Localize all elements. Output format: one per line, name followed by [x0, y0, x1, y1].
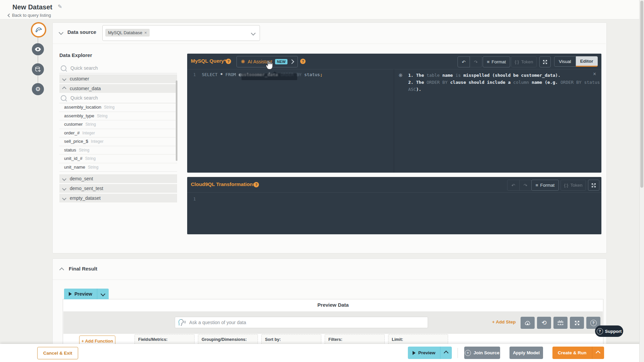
redo-button[interactable]: ↷	[470, 56, 482, 67]
explorer-search[interactable]	[59, 63, 177, 73]
chevron-up-icon	[596, 350, 600, 355]
plus-circle-icon: +	[465, 350, 471, 356]
field-row[interactable]: statusString	[59, 146, 177, 155]
query-toolbar-strip: + Add Step ⟲	[63, 311, 603, 334]
chart-view-button[interactable]	[553, 317, 568, 329]
edit-title-icon[interactable]: ✎	[58, 3, 62, 10]
field-row[interactable]: assembly_typeString	[59, 112, 177, 121]
explorer-scrollbar-thumb[interactable]	[176, 80, 177, 161]
preview-dropdown-button[interactable]	[97, 289, 109, 299]
table-row-empty-dataset[interactable]: empty_dataset	[59, 194, 177, 202]
field-row[interactable]: unit_id_#String	[59, 155, 177, 163]
final-result-collapse-icon[interactable]	[59, 267, 64, 272]
panel-divider	[394, 69, 394, 173]
editor-tab[interactable]: Editor	[576, 56, 598, 67]
step-mysql-source-icon[interactable]	[31, 22, 46, 38]
undo-redo-group: ↶ ↷	[507, 180, 532, 191]
cloud9ql-code-area[interactable]: 1	[193, 196, 196, 201]
expand-icon	[543, 60, 547, 64]
divider	[458, 348, 458, 358]
query-builder-card: Data source MySQL Database× Data Explore…	[52, 22, 607, 253]
back-to-query-listing-link[interactable]: Back to query listing	[8, 13, 51, 18]
cloud9ql-title: Cloud9QL Transformations	[191, 181, 256, 187]
chip-remove-icon[interactable]: ×	[144, 30, 147, 35]
table-row-customer[interactable]: customer	[59, 74, 177, 83]
apply-model-button[interactable]: Apply Model	[509, 347, 543, 359]
gear-icon: ⚙	[35, 85, 41, 93]
help-icon[interactable]: ?	[226, 59, 231, 64]
question-icon: ?	[597, 328, 603, 335]
undo-button[interactable]: ↶	[507, 180, 520, 191]
format-button[interactable]: ≡ Format	[483, 56, 510, 67]
explorer-search-input[interactable]	[70, 65, 165, 71]
ai-suggestions: 1. The table name is misspelled (should …	[408, 72, 607, 93]
token-button[interactable]: {:} Token	[511, 56, 537, 67]
data-explorer: customer customer_data assembly_location…	[59, 63, 177, 202]
help-icon[interactable]: ?	[300, 59, 306, 64]
divider	[53, 280, 606, 280]
preview-icon-buttons: ⟲	[521, 317, 600, 329]
tooltip-arrow	[272, 71, 277, 73]
field-row[interactable]: customerString	[59, 120, 177, 129]
data-source-select[interactable]: MySQL Database×	[102, 25, 260, 41]
fields-search[interactable]	[59, 93, 177, 103]
play-icon	[69, 292, 72, 296]
support-button[interactable]: ? Support	[595, 325, 623, 337]
token-icon: {:}	[515, 59, 519, 64]
fullscreen-button[interactable]	[539, 56, 551, 67]
visual-tab[interactable]: Visual	[554, 56, 576, 67]
fullscreen-button[interactable]	[588, 180, 599, 191]
cancel-exit-button[interactable]: Cancel & Exit	[37, 347, 78, 359]
footer-bar: Cancel & Exit Preview + Join Source Appl…	[0, 344, 644, 362]
ai-assistant-button[interactable]: ❋ AI Assistant NEW	[236, 56, 298, 67]
step-dataset-settings-icon[interactable]	[32, 63, 44, 75]
sql-code-area[interactable]: 1 SELECT * FROM custooomer_data ORDER BY…	[193, 72, 390, 77]
ai-highlight-overlay	[241, 73, 297, 80]
field-row[interactable]: assembly_locationString	[59, 103, 177, 112]
openai-icon: ❋	[398, 72, 403, 78]
field-row[interactable]: sell_price_$Integer	[59, 137, 177, 146]
help-icon[interactable]: ?	[254, 182, 259, 187]
ask-question-input[interactable]	[189, 319, 428, 325]
chevron-up-icon	[62, 86, 66, 91]
footer-preview-collapse-button[interactable]	[440, 347, 452, 359]
data-source-collapse-icon[interactable]	[59, 30, 63, 35]
table-row-demo-sent[interactable]: demo_sent	[59, 174, 177, 183]
page-scrollbar-thumb[interactable]	[640, 1, 643, 188]
join-source-button[interactable]: + Join Source	[464, 347, 500, 359]
close-icon[interactable]: ×	[593, 71, 596, 77]
create-run-collapse-button[interactable]	[592, 347, 604, 359]
openai-icon: ❋	[241, 59, 245, 65]
page-scrollbar[interactable]	[639, 0, 644, 362]
field-row[interactable]: unit_nameString	[59, 163, 177, 172]
page-header: New Dataset ✎ Back to query listing	[0, 0, 644, 19]
table-row-demo-sent-test[interactable]: demo_sent_test	[59, 184, 177, 193]
undo-button[interactable]: ↶	[458, 56, 470, 67]
divider	[53, 44, 606, 44]
preview-data-title: Preview Data	[63, 302, 603, 308]
create-run-button[interactable]: Create & Run	[552, 347, 592, 359]
footer-preview-button[interactable]: Preview	[408, 347, 440, 359]
refresh-button[interactable]: ⟲	[537, 317, 551, 329]
token-button[interactable]: {:} Token	[560, 180, 586, 191]
step-visualize-icon[interactable]	[32, 43, 44, 55]
step-settings-icon[interactable]: ⚙	[32, 83, 44, 95]
data-source-chip: MySQL Database×	[105, 29, 150, 37]
database-gear-icon	[35, 66, 41, 72]
field-row[interactable]: order_#Integer	[59, 129, 177, 138]
data-source-label: Data source	[67, 29, 96, 35]
redo-button[interactable]: ↷	[520, 180, 532, 191]
fields-search-input[interactable]	[70, 95, 165, 101]
table-row-customer-data[interactable]: customer_data	[59, 84, 177, 93]
question-icon: ?	[590, 320, 597, 326]
download-cloud-button[interactable]	[521, 317, 535, 329]
page-title: New Dataset	[12, 3, 52, 11]
mysql-dolphin-icon	[35, 26, 43, 34]
mysql-panel-header: MySQL Query* ? ❋ AI Assistant NEW ? ↶ ↷ …	[187, 54, 601, 69]
preview-button[interactable]: Preview	[64, 289, 97, 299]
format-button[interactable]: ≡ Format	[531, 180, 559, 191]
footer-preview-split-button: Preview	[408, 347, 452, 359]
fullscreen-button[interactable]	[570, 317, 584, 329]
add-step-button[interactable]: + Add Step	[492, 319, 516, 324]
select-caret-icon	[251, 31, 256, 36]
